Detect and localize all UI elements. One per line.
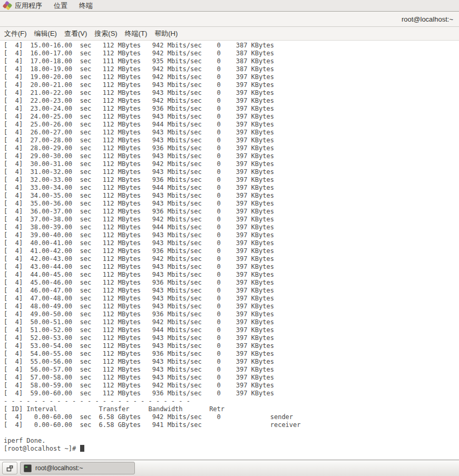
task-button-terminal[interactable]: root@localhost:~ [20, 462, 135, 474]
terminal-screen[interactable]: [ 4] 15.00-16.00 sec 112 MBytes 942 Mbit… [0, 41, 459, 460]
task-button-label: root@localhost:~ [35, 464, 83, 472]
menu-item-edit[interactable]: 编辑(E) [31, 27, 61, 40]
window-title: root@localhost:~ [402, 15, 453, 23]
top-panel: 应用程序 位置 终端 [0, 0, 459, 12]
menu-item-view[interactable]: 查看(V) [61, 27, 91, 40]
current-app-menu[interactable]: 终端 [73, 0, 99, 11]
applications-menu-label: 应用程序 [15, 1, 42, 11]
menu-item-search[interactable]: 搜索(S) [91, 27, 121, 40]
terminal-menu-bar: 文件(F) 编辑(E) 查看(V) 搜索(S) 终端(T) 帮助(H) [0, 27, 459, 41]
taskbar: root@localhost:~ [0, 460, 459, 476]
terminal-output: [ 4] 15.00-16.00 sec 112 MBytes 942 Mbit… [4, 42, 459, 453]
applications-icon [3, 2, 12, 10]
places-menu-label: 位置 [54, 1, 67, 11]
window-title-bar[interactable]: root@localhost:~ [0, 12, 459, 27]
current-app-menu-label: 终端 [79, 1, 93, 11]
menu-item-help[interactable]: 帮助(H) [151, 27, 181, 40]
menu-item-terminal[interactable]: 终端(T) [121, 27, 151, 40]
menu-item-file[interactable]: 文件(F) [1, 27, 31, 40]
terminal-icon [24, 464, 32, 472]
applications-menu[interactable]: 应用程序 [0, 0, 48, 11]
window-list-icon [6, 464, 14, 472]
terminal-cursor [80, 445, 84, 452]
window-list-button[interactable] [2, 462, 17, 474]
places-menu[interactable]: 位置 [48, 0, 73, 11]
